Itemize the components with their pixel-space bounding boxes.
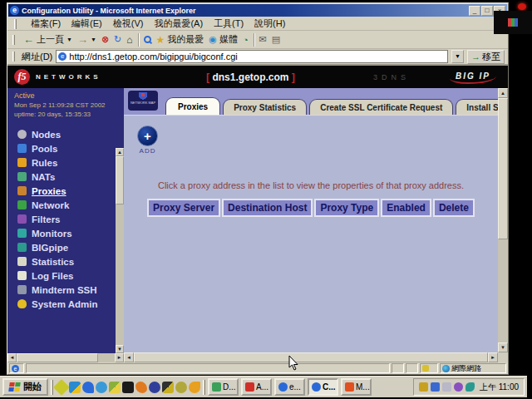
column-header-proxy-server[interactable]: Proxy Server: [147, 199, 220, 217]
back-button[interactable]: ← 上一頁 ▼: [23, 33, 72, 46]
sidebar-status-block: Active Mon Sep 2 11:09:28 CST 2002 uptim…: [7, 88, 124, 119]
forward-dropdown-icon[interactable]: ▼: [91, 37, 96, 42]
tab-proxy-statistics[interactable]: Proxy Statistics: [223, 99, 307, 115]
print-icon[interactable]: ▤: [272, 34, 280, 45]
scrollbar-thumb[interactable]: [134, 352, 488, 362]
menu-file[interactable]: 檔案(F): [31, 17, 61, 30]
quick-launch-icon-3[interactable]: [82, 382, 94, 393]
sidebar-item-filters[interactable]: Filters: [7, 212, 124, 226]
sidebar-vertical-scrollbar[interactable]: ▲ ▼: [116, 148, 124, 353]
scroll-left-icon[interactable]: ◄: [124, 352, 134, 362]
tab-install-ssl-certificate[interactable]: Install SSL Certif: [456, 99, 498, 115]
nats-icon: [17, 172, 27, 181]
media-button[interactable]: ◉ 媒體: [209, 33, 238, 46]
sidebar-item-pools[interactable]: Pools: [7, 141, 124, 155]
column-header-delete[interactable]: Delete: [433, 199, 475, 217]
refresh-icon[interactable]: ↻: [114, 34, 121, 45]
sidebar-item-network[interactable]: Network: [7, 198, 124, 212]
menu-help[interactable]: 說明(H): [254, 17, 285, 30]
sidebar-item-system-admin[interactable]: System Admin: [7, 297, 124, 311]
toolbar-grip: [12, 35, 15, 45]
menu-tools[interactable]: 工具(T): [214, 17, 244, 30]
add-proxy-button[interactable]: + ADD: [137, 126, 158, 155]
main-vertical-scrollbar[interactable]: ▲ ▼: [498, 88, 508, 362]
network-map-button[interactable]: NETWORK MAP: [128, 91, 158, 111]
minimize-button[interactable]: _: [469, 6, 480, 16]
quick-launch-icon-8[interactable]: [149, 382, 160, 393]
quick-launch-icon-5[interactable]: [109, 382, 121, 393]
quick-launch-icon-10[interactable]: [175, 382, 187, 393]
mail-icon[interactable]: ✉: [259, 34, 267, 45]
sidebar-horizontal-scrollbar[interactable]: ◄ ►: [7, 353, 124, 362]
address-input[interactable]: e http://dns1.getop.com/bigipgui/bigconf…: [56, 50, 448, 63]
quick-launch-icon-1[interactable]: [53, 379, 70, 396]
scroll-left-icon[interactable]: ◄: [7, 353, 17, 362]
scrollbar-thumb[interactable]: [116, 156, 124, 204]
tray-icon-1[interactable]: [419, 382, 428, 392]
taskbar-window-5[interactable]: M...: [341, 378, 372, 396]
task-icon: [212, 382, 221, 392]
menu-edit[interactable]: 編輯(E): [71, 17, 102, 30]
taskbar-window-3[interactable]: e...: [274, 378, 305, 396]
menu-favorites[interactable]: 我的最愛(A): [154, 17, 203, 30]
scroll-down-icon[interactable]: ▼: [116, 345, 124, 353]
main-horizontal-scrollbar[interactable]: ◄ ►: [124, 352, 498, 362]
sidebar-item-bigpipe[interactable]: BIGpipe: [7, 240, 124, 254]
tab-proxies[interactable]: Proxies: [165, 97, 220, 115]
tray-icon-3[interactable]: [442, 382, 451, 392]
history-icon[interactable]: ◔: [243, 35, 249, 45]
sidebar-item-statistics[interactable]: Statistics: [7, 254, 124, 268]
status-message-cell: [26, 363, 390, 373]
quick-launch-icon-9[interactable]: [162, 382, 174, 393]
sidebar-item-proxies[interactable]: Proxies: [7, 184, 124, 198]
column-header-destination-host[interactable]: Destination Host: [222, 199, 313, 217]
status-uptime: uptime: 20 days, 15:35:33: [14, 110, 124, 119]
sidebar-item-rules[interactable]: Rules: [7, 155, 124, 170]
scroll-down-icon[interactable]: ▼: [498, 342, 508, 352]
quick-launch-icon-6[interactable]: [122, 382, 134, 393]
address-dropdown-icon[interactable]: ▼: [451, 50, 464, 63]
column-header-proxy-type[interactable]: Proxy Type: [314, 199, 379, 217]
taskbar-window-1[interactable]: D...: [208, 378, 239, 396]
tray-icon-2[interactable]: [431, 382, 440, 392]
start-button[interactable]: 開始: [2, 378, 48, 396]
sidebar-item-mindterm-ssh[interactable]: Mindterm SSH: [7, 283, 124, 297]
stop-icon[interactable]: ⊗: [101, 34, 109, 45]
back-dropdown-icon[interactable]: ▼: [66, 37, 72, 42]
forward-button[interactable]: → ▼: [77, 33, 96, 46]
zone-label: 網際網路: [451, 363, 481, 374]
toolbar-grip: [14, 19, 17, 29]
search-icon[interactable]: [144, 36, 151, 43]
sidebar-item-monitors[interactable]: Monitors: [7, 226, 124, 240]
home-icon[interactable]: ⌂: [126, 34, 132, 46]
scroll-up-icon[interactable]: ▲: [116, 148, 124, 156]
windows-logo-icon: [8, 382, 21, 392]
favorites-button[interactable]: ★ 我的最愛: [156, 33, 204, 46]
tray-icon-5[interactable]: [466, 382, 475, 392]
scroll-right-icon[interactable]: ►: [115, 353, 124, 362]
quick-launch-icon-7[interactable]: [135, 382, 147, 393]
quick-launch-icon-2[interactable]: [69, 382, 81, 393]
tab-create-ssl-certificate-request[interactable]: Create SSL Certificate Request: [309, 99, 453, 115]
sidebar-item-nats[interactable]: NATs: [7, 170, 124, 184]
quick-launch-icon-11[interactable]: [189, 382, 200, 393]
toolbar-grip: [12, 52, 15, 62]
scrollbar-thumb[interactable]: [498, 98, 508, 239]
go-button[interactable]: → 移至: [467, 50, 505, 64]
maximize-button[interactable]: □: [481, 6, 493, 16]
scroll-up-icon[interactable]: ▲: [498, 88, 508, 98]
sidebar-item-nodes[interactable]: Nodes: [7, 127, 124, 141]
scroll-right-icon[interactable]: ►: [488, 352, 498, 362]
address-bar: 網址(D) e http://dns1.getop.com/bigipgui/b…: [7, 49, 508, 66]
taskbar-window-4-active[interactable]: C...: [308, 378, 338, 396]
tray-icon-4[interactable]: [454, 382, 463, 392]
taskbar-window-2[interactable]: A...: [241, 378, 272, 396]
quick-launch-icon-4[interactable]: [96, 382, 107, 393]
menu-view[interactable]: 檢視(V): [113, 17, 144, 30]
scrollbar-thumb[interactable]: [17, 353, 98, 362]
ie-page-icon: e: [12, 365, 19, 372]
taskbar: 開始 D... A... e... C... M... 上午 11:00: [0, 376, 527, 397]
title-bar[interactable]: e Configuration Utility - Microsoft Inte…: [8, 4, 507, 17]
column-header-enabled[interactable]: Enabled: [381, 199, 431, 217]
sidebar-item-log-files[interactable]: Log Files: [7, 268, 124, 283]
